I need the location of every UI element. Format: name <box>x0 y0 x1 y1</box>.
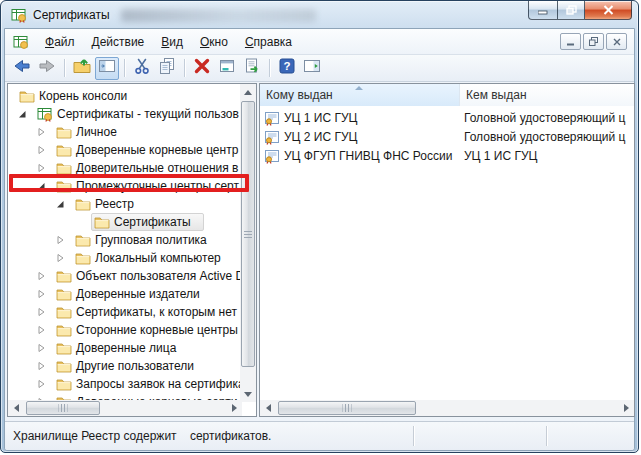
vertical-scroll-thumb[interactable] <box>241 101 255 367</box>
tree-item-3[interactable]: Личное <box>8 123 240 141</box>
collapsed-triangle-icon[interactable] <box>35 321 53 339</box>
folder-icon <box>56 340 72 356</box>
tree-item-label: Доверительные отношения в <box>76 161 238 175</box>
status-divider <box>546 426 547 446</box>
menu-item-3[interactable]: Вид <box>153 32 191 52</box>
tree-item-12[interactable]: Доверенные издатели <box>8 285 240 303</box>
expanded-triangle-icon[interactable] <box>35 177 53 195</box>
collapsed-triangle-icon[interactable] <box>35 303 53 321</box>
column-header-2[interactable]: Кем выдан <box>460 84 634 106</box>
collapsed-triangle-icon[interactable] <box>35 123 53 141</box>
up-folder-button[interactable] <box>70 57 94 80</box>
menu-item-4[interactable]: Окно <box>192 32 236 52</box>
show-action-pane-button[interactable] <box>300 57 324 80</box>
tree-item-17[interactable]: Запросы заявок на сертифика <box>8 375 240 393</box>
collapsed-triangle-icon[interactable] <box>35 159 53 177</box>
tree-item-2[interactable]: Сертификаты - текущий пользов <box>8 105 240 123</box>
column-header-1[interactable]: Кому выдан <box>260 84 460 106</box>
export-list-button[interactable] <box>240 57 264 80</box>
tree-item-6[interactable]: Промежуточные центры серт <box>8 177 240 195</box>
minimize-button[interactable] <box>528 1 557 20</box>
folder-icon <box>56 286 72 302</box>
tree-item-13[interactable]: Сертификаты, к которым нет <box>8 303 240 321</box>
folder-icon <box>56 178 72 194</box>
menu-bar: ФайлДействиеВидОкноСправка <box>5 29 634 55</box>
collapsed-triangle-icon[interactable] <box>35 141 53 159</box>
certificate-icon <box>264 110 280 126</box>
maximize-button[interactable] <box>557 1 585 20</box>
certificate-row-2[interactable]: УЦ 2 ИС ГУЦГоловной удостоверяющий ц <box>260 127 634 146</box>
collapsed-triangle-icon[interactable] <box>54 231 72 249</box>
status-divider <box>413 426 414 446</box>
list-horizontal-scrollbar[interactable] <box>260 400 634 416</box>
copy-button[interactable] <box>155 57 179 80</box>
expanded-triangle-icon[interactable] <box>54 195 72 213</box>
tree-item-label: Доверенные корневые центр <box>76 143 238 157</box>
tree-item-18[interactable]: Доверенные корневые серти <box>8 393 240 400</box>
toolbar: ? <box>5 55 634 82</box>
expanded-triangle-icon[interactable] <box>16 105 34 123</box>
tree-item-5[interactable]: Доверительные отношения в <box>8 159 240 177</box>
tree-item-8[interactable]: Сертификаты <box>8 213 240 231</box>
scroll-right-button[interactable] <box>618 400 634 416</box>
collapsed-triangle-icon[interactable] <box>35 285 53 303</box>
scroll-left-button[interactable] <box>260 400 276 416</box>
close-button[interactable] <box>585 1 632 20</box>
tree-horizontal-scrollbar[interactable] <box>8 400 242 416</box>
tree-item-10[interactable]: Локальный компьютер <box>8 249 240 267</box>
collapsed-triangle-icon[interactable] <box>35 393 53 400</box>
tree-item-16[interactable]: Другие пользователи <box>8 357 240 375</box>
list-rows: УЦ 1 ИС ГУЦГоловной удостоверяющий цУЦ 2… <box>260 108 634 400</box>
tree-vertical-scrollbar[interactable] <box>240 84 256 402</box>
menu-item-5[interactable]: Справка <box>237 32 300 52</box>
certificate-row-1[interactable]: УЦ 1 ИС ГУЦГоловной удостоверяющий ц <box>260 108 634 127</box>
help-icon: ? <box>277 56 297 80</box>
issued-to-value: УЦ ФГУП ГНИВЦ ФНС России <box>284 149 452 163</box>
tree-item-11[interactable]: Объект пользователя Active D <box>8 267 240 285</box>
cut-icon <box>132 56 152 80</box>
scroll-right-button[interactable] <box>226 400 242 416</box>
horizontal-scroll-thumb[interactable] <box>26 401 100 415</box>
tree-item-label: Реестр <box>95 197 134 211</box>
scroll-left-button[interactable] <box>8 400 24 416</box>
cut-button[interactable] <box>130 57 154 80</box>
child-restore-button[interactable] <box>583 33 604 50</box>
tree-item-14[interactable]: Сторонние корневые центры <box>8 321 240 339</box>
console-tree-panel: Корень консолиСертификаты - текущий поль… <box>7 83 257 417</box>
scroll-down-button[interactable] <box>240 386 256 402</box>
collapsed-triangle-icon[interactable] <box>35 267 53 285</box>
back-button[interactable] <box>10 57 34 80</box>
certificate-row-3[interactable]: УЦ ФГУП ГНИВЦ ФНС РоссииУЦ 1 ИС ГУЦ <box>260 146 634 165</box>
show-console-tree-button[interactable] <box>95 57 119 80</box>
horizontal-scroll-thumb[interactable] <box>278 401 416 415</box>
list-header: Кому выданКем выдан <box>260 84 634 106</box>
collapsed-triangle-icon[interactable] <box>35 357 53 375</box>
issued-to-value: УЦ 2 ИС ГУЦ <box>284 130 357 144</box>
back-icon <box>12 56 32 80</box>
help-button[interactable]: ? <box>275 57 299 80</box>
forward-icon <box>37 56 57 80</box>
menu-item-1[interactable]: Файл <box>37 32 83 52</box>
collapsed-triangle-icon[interactable] <box>35 375 53 393</box>
tree-item-1[interactable]: Корень консоли <box>8 87 240 105</box>
menu-item-2[interactable]: Действие <box>84 32 153 52</box>
properties-button[interactable] <box>215 57 239 80</box>
folder-icon <box>19 88 35 104</box>
tree-item-7[interactable]: Реестр <box>8 195 240 213</box>
console-client-area: ФайлДействиеВидОкноСправка ? Корень конс… <box>4 28 635 451</box>
sort-ascending-icon <box>355 86 363 90</box>
delete-button[interactable] <box>190 57 214 80</box>
title-bar[interactable]: Сертификаты <box>1 1 638 29</box>
forward-button[interactable] <box>35 57 59 80</box>
tree-item-label: Другие пользователи <box>76 359 194 373</box>
child-close-button[interactable] <box>606 33 627 50</box>
collapsed-triangle-icon[interactable] <box>54 249 72 267</box>
child-minimize-button[interactable] <box>560 33 581 50</box>
tree-item-4[interactable]: Доверенные корневые центр <box>8 141 240 159</box>
collapsed-triangle-icon[interactable] <box>35 339 53 357</box>
tree-item-label: Групповая политика <box>95 233 207 247</box>
tree-item-15[interactable]: Доверенные лица <box>8 339 240 357</box>
tree-item-9[interactable]: Групповая политика <box>8 231 240 249</box>
toolbar-separator-3 <box>184 59 185 77</box>
scroll-up-button[interactable] <box>240 84 256 100</box>
